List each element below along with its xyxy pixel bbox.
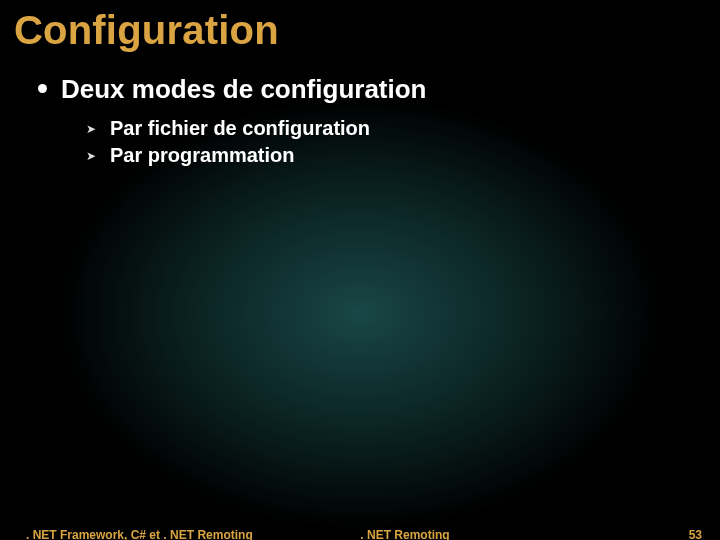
- footer-center: . NET Remoting: [0, 528, 720, 540]
- slide-title: Configuration: [14, 8, 279, 53]
- bullet-level1: Deux modes de configuration: [38, 74, 700, 105]
- bullet-level1-text: Deux modes de configuration: [61, 74, 427, 105]
- chevron-right-icon: ➤: [86, 123, 96, 135]
- footer-center-text: . NET Remoting: [360, 528, 449, 540]
- bullet-level2-text: Par fichier de configuration: [110, 117, 370, 140]
- bullet-level2: ➤ Par programmation: [86, 144, 700, 167]
- bullet-level2: ➤ Par fichier de configuration: [86, 117, 700, 140]
- chevron-right-icon: ➤: [86, 150, 96, 162]
- content-area: Deux modes de configuration ➤ Par fichie…: [38, 74, 700, 171]
- disc-bullet-icon: [38, 84, 47, 93]
- bullet-level2-text: Par programmation: [110, 144, 294, 167]
- sub-bullet-list: ➤ Par fichier de configuration ➤ Par pro…: [86, 117, 700, 167]
- page-number: 53: [689, 528, 702, 540]
- slide: Configuration Deux modes de configuratio…: [0, 0, 720, 540]
